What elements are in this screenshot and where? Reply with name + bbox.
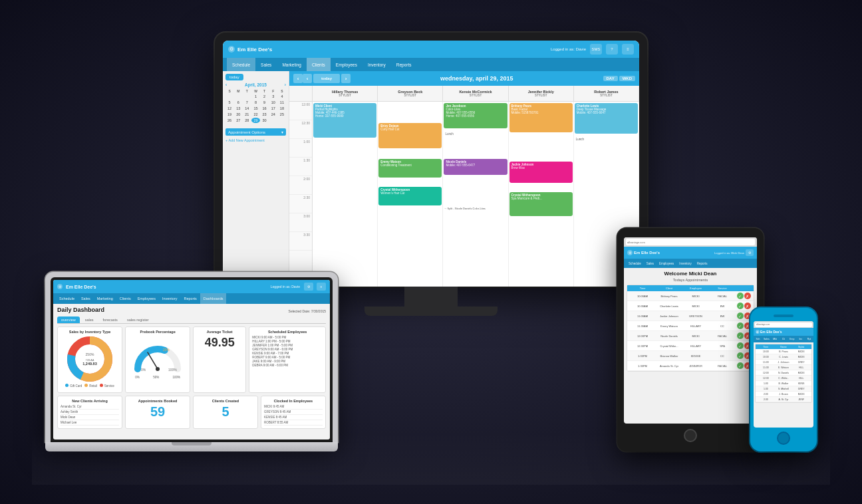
tablet-nav-reports[interactable]: Reports (694, 259, 710, 268)
x-btn[interactable]: ✗ (744, 293, 751, 299)
svg-point-7 (156, 367, 160, 371)
tab-forecasts[interactable]: forecasts (99, 316, 122, 323)
phone-table-header: Time Name Stylist (756, 344, 811, 349)
apt-block-7[interactable]: Brittany Pears Basic Facial Mobile: 5158… (509, 103, 573, 132)
prev-month-btn[interactable]: ‹ (225, 82, 227, 87)
apt-block-2[interactable]: Brixy Dejean Curly Hair Cut (378, 123, 442, 148)
week-view-btn[interactable]: WKD (619, 76, 635, 81)
apt-block-9[interactable]: Crystal Witherspoon Spa Manicure & Pedi.… (509, 192, 573, 216)
sch-item-2: HILLARY 1:00 PM - 5:00 PM (252, 340, 323, 343)
check-btn[interactable]: ✓ (737, 303, 744, 309)
apt-block-5[interactable]: Jen Jacobson Color-Lites Mobile: 407-555… (444, 103, 507, 128)
phone-frame: allvantage.com ⚙ Em Elle Dee's Sch Sales… (750, 308, 817, 451)
today-button[interactable]: today (225, 74, 243, 80)
laptop-nav-reports[interactable]: Reports (181, 293, 200, 304)
tablet-home-button[interactable] (684, 429, 697, 442)
phone-nav-7[interactable]: Rpt (805, 338, 813, 340)
charts-row: Sales by Inventory Type 250% (57, 326, 326, 393)
phone-nav-6[interactable]: Inv (796, 338, 805, 340)
calendar-main: ‹ ‹ today › wednesday, april 29, 2015 DA… (289, 71, 639, 287)
tablet-nav-employees[interactable]: Employees (656, 259, 676, 268)
laptop-frame: ⚙ Em Elle Dee's Logged in as: Davie ⚙ ≡ … (45, 272, 338, 442)
apt-block-8[interactable]: Jackie Johnson Brow Wax (509, 162, 573, 183)
help-btn[interactable]: ? (606, 44, 618, 55)
tablet-nav-schedule[interactable]: Schedule (626, 259, 644, 268)
phone-row-6: 12:30 C. Withe.. HILL (756, 376, 811, 381)
prev-btn[interactable]: ‹ (303, 74, 312, 83)
nav-inventory[interactable]: Inventory (362, 58, 391, 71)
apt-block-10[interactable]: Charlotte Lewis Deep Tissue Massage Mobi… (575, 103, 638, 134)
today-header-btn[interactable]: today (313, 74, 340, 83)
check-btn[interactable]: ✓ (737, 342, 744, 349)
nav-schedule[interactable]: Schedule (227, 58, 255, 71)
day-view-btn[interactable]: DAY (603, 76, 618, 81)
apt-block-6[interactable]: Nicole Daniels Mobile: 407-555-6477 (444, 159, 507, 175)
laptop-icon-btn-1[interactable]: ⚙ (304, 283, 313, 291)
check-btn[interactable]: ✓ (737, 293, 744, 299)
nav-sales[interactable]: Sales (255, 58, 277, 71)
calendar-date-label: wednesday, april 29, 2015 (351, 75, 603, 82)
tablet-nav-inventory[interactable]: Inventory (676, 259, 694, 268)
laptop-nav-employees[interactable]: Employees (134, 293, 159, 304)
calendar-header: ‹ ‹ today › wednesday, april 29, 2015 DA… (289, 71, 639, 86)
laptop-nav-clients[interactable]: Clients (116, 293, 134, 304)
phone-home-button[interactable] (777, 432, 790, 445)
time-column-header (289, 86, 313, 101)
phone-row-5: 12:00 N. Daniels MICKI (756, 370, 811, 376)
donut-legend: Gift Card Retail Service (61, 384, 119, 388)
phone-nav-2[interactable]: Sales (762, 338, 771, 340)
prev-day-btn[interactable]: ‹ (293, 74, 303, 83)
laptop-nav-marketing[interactable]: Marketing (94, 293, 116, 304)
laptop-nav-dashboards[interactable]: Dashboards (200, 293, 227, 304)
laptop-navbar: Schedule Sales Marketing Clients Employe… (53, 293, 330, 304)
table-row: 10:00AM Brittany Pears MICKI FACIAL ✓ ✗ (627, 291, 754, 301)
phone-nav-5[interactable]: Emp (788, 338, 796, 340)
laptop-nav-schedule[interactable]: Schedule (56, 293, 78, 304)
apt-col-hillary: Micki Client Partial Highlights Mobile: … (313, 102, 378, 287)
x-btn[interactable]: ✗ (744, 342, 751, 349)
svg-line-6 (148, 352, 158, 369)
x-btn[interactable]: ✗ (744, 332, 751, 339)
tablet-nav-sales[interactable]: Sales (644, 259, 656, 268)
add-new-appointment[interactable]: + Add New Appointment (225, 138, 286, 142)
sms-btn[interactable]: SMS (590, 44, 602, 55)
x-btn[interactable]: ✗ (744, 352, 751, 359)
nav-marketing[interactable]: Marketing (277, 58, 307, 71)
tablet-url-bar[interactable]: allvantage.com (626, 239, 755, 245)
check-btn[interactable]: ✓ (737, 332, 744, 339)
laptop-nav-inventory[interactable]: Inventory (159, 293, 181, 304)
tab-overview[interactable]: overview (57, 316, 80, 323)
apt-block-4[interactable]: Crystal Witherspoon Women's Hair Cut (378, 187, 442, 205)
check-btn[interactable]: ✓ (737, 352, 744, 359)
apt-block-1[interactable]: Micki Client Partial Highlights Mobile: … (313, 103, 376, 138)
next-month-btn[interactable]: › (285, 82, 286, 87)
nav-clients[interactable]: Clients (307, 58, 331, 71)
x-btn[interactable]: ✗ (744, 303, 751, 309)
phone-nav-3[interactable]: Mkt (771, 338, 780, 340)
more-btn[interactable]: ≡ (622, 44, 634, 55)
x-btn[interactable]: ✗ (744, 322, 751, 329)
nav-employees[interactable]: Employees (331, 58, 362, 71)
phone-nav-4[interactable]: Cli (780, 338, 788, 340)
x-btn[interactable]: ✗ (744, 362, 751, 369)
nav-reports[interactable]: Reports (391, 58, 417, 71)
phone-row-8: 1:30 S. Mitchell GREY (756, 386, 811, 392)
svg-text:20%: 20% (163, 348, 170, 352)
laptop-icon-btn-2[interactable]: ≡ (317, 283, 326, 291)
phone-nav-1[interactable]: Sch (754, 338, 762, 340)
check-btn[interactable]: ✓ (737, 322, 744, 329)
tablet-screen: allvantage.com ⚙ Em Elle Dee's Logged in… (624, 237, 757, 424)
check-btn[interactable]: ✓ (737, 313, 744, 319)
appointment-options[interactable]: Appointment Options ▾ (225, 128, 286, 136)
sch-item-8: DEBRA 9:00 AM - 6:00 PM (252, 364, 323, 367)
tablet-icon-btn[interactable]: ⚙ (746, 249, 754, 256)
x-btn[interactable]: ✗ (744, 313, 751, 319)
tab-sales-register[interactable]: sales register (123, 316, 153, 323)
phone-url-bar[interactable]: allvantage.com (755, 322, 812, 327)
check-btn[interactable]: ✓ (737, 362, 744, 369)
apt-block-3[interactable]: Emmy Watson Conditioning Treatment (378, 159, 442, 178)
laptop-nav-sales[interactable]: Sales (78, 293, 94, 304)
next-btn[interactable]: › (341, 74, 351, 83)
tab-sales[interactable]: sales (81, 316, 98, 323)
selected-date: Selected Date: 7/30/2015 (289, 309, 326, 313)
